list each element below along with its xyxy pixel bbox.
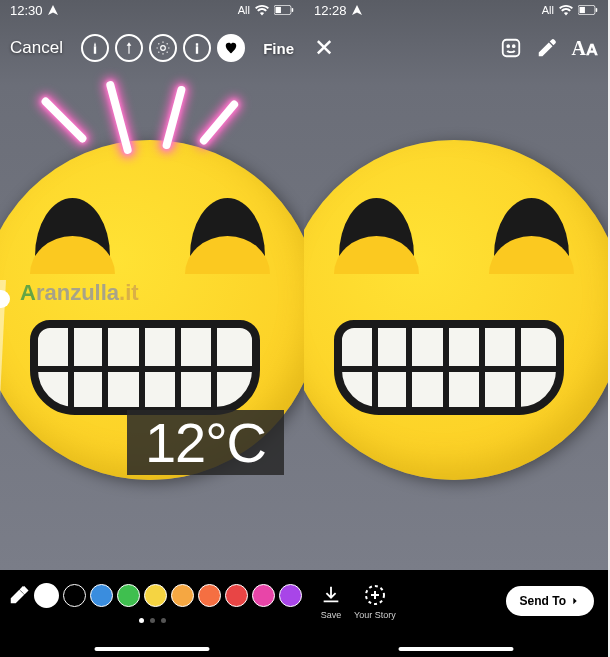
add-story-icon <box>362 582 388 608</box>
save-label: Save <box>321 610 342 620</box>
svg-point-8 <box>507 45 509 47</box>
color-yellow[interactable] <box>144 584 167 607</box>
carrier-text: All <box>238 4 250 16</box>
wifi-icon <box>559 5 573 16</box>
photo-canvas[interactable]: Aranzulla.it 12°C <box>0 0 304 570</box>
color-green[interactable] <box>117 584 140 607</box>
svg-rect-5 <box>580 7 585 13</box>
color-page-indicator <box>0 618 304 623</box>
neon-brush-tool[interactable] <box>149 34 177 62</box>
photo-canvas[interactable] <box>304 0 608 570</box>
right-screenshot: 12:28 All ✕ Aᴀ Save <box>304 0 608 657</box>
color-purple[interactable] <box>279 584 302 607</box>
your-story-button[interactable]: Your Story <box>354 582 396 620</box>
status-bar: 12:30 All <box>0 0 304 20</box>
text-tool[interactable]: Aᴀ <box>572 36 598 60</box>
wifi-icon <box>255 5 269 16</box>
status-time: 12:30 <box>10 3 43 18</box>
location-icon <box>351 4 363 16</box>
eyedropper-tool[interactable] <box>8 582 30 608</box>
svg-rect-2 <box>292 8 294 12</box>
story-actions-area: Save Your Story Send To <box>304 570 608 657</box>
color-white[interactable] <box>34 583 59 608</box>
draw-tool[interactable] <box>536 37 558 59</box>
pen-brush-tool[interactable] <box>81 34 109 62</box>
temperature-sticker[interactable]: 12°C <box>127 410 284 475</box>
arrow-brush-tool[interactable] <box>115 34 143 62</box>
brush-size-slider[interactable] <box>0 280 6 400</box>
eraser-brush-tool[interactable] <box>183 34 211 62</box>
svg-point-9 <box>512 45 514 47</box>
location-icon <box>47 4 59 16</box>
carrier-text: All <box>542 4 554 16</box>
color-red[interactable] <box>225 584 248 607</box>
drawing-toolbar: Cancel Fine <box>0 28 304 68</box>
emoji-pillow-image <box>304 140 608 480</box>
download-icon <box>318 582 344 608</box>
battery-icon <box>578 5 598 15</box>
story-toolbar: ✕ Aᴀ <box>304 28 608 68</box>
story-label: Your Story <box>354 610 396 620</box>
save-button[interactable]: Save <box>318 582 344 620</box>
sticker-tool[interactable] <box>500 37 522 59</box>
color-darkorange[interactable] <box>198 584 221 607</box>
color-pink[interactable] <box>252 584 275 607</box>
color-orange[interactable] <box>171 584 194 607</box>
chevron-right-icon <box>570 596 580 606</box>
send-to-button[interactable]: Send To <box>506 586 594 616</box>
battery-icon <box>274 5 294 15</box>
status-bar: 12:28 All <box>304 0 608 20</box>
watermark-text: Aranzulla.it <box>20 280 139 306</box>
heart-brush-tool[interactable] <box>217 34 245 62</box>
done-button[interactable]: Fine <box>263 40 294 57</box>
left-screenshot: Aranzulla.it 12°C 12:30 All Cancel <box>0 0 304 657</box>
svg-rect-1 <box>276 7 281 13</box>
svg-point-3 <box>161 46 166 51</box>
home-indicator[interactable] <box>399 647 514 651</box>
color-black[interactable] <box>63 584 86 607</box>
svg-rect-7 <box>502 40 519 57</box>
close-button[interactable]: ✕ <box>314 34 334 62</box>
color-picker-area <box>0 570 304 657</box>
svg-rect-6 <box>596 8 598 12</box>
color-blue[interactable] <box>90 584 113 607</box>
cancel-button[interactable]: Cancel <box>10 38 63 58</box>
home-indicator[interactable] <box>95 647 210 651</box>
status-time: 12:28 <box>314 3 347 18</box>
